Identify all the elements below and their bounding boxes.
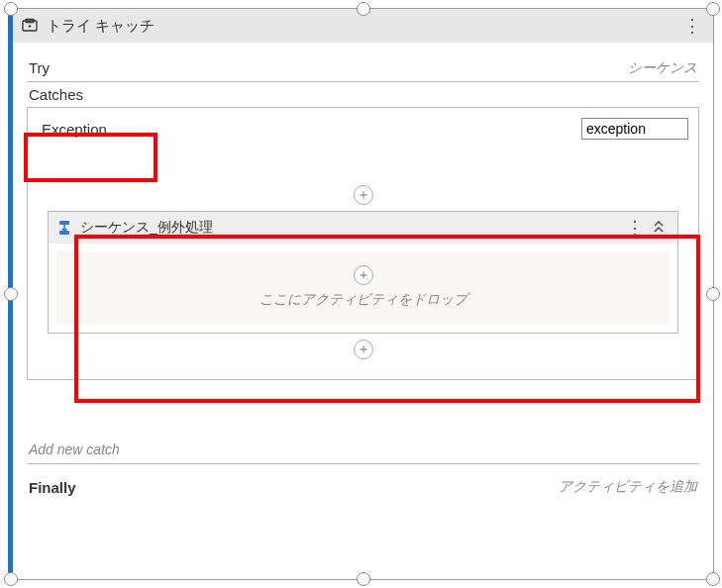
insert-after-connector[interactable]: ＋ (38, 334, 688, 361)
activity-menu-button[interactable]: ⋮ (679, 15, 705, 37)
resize-handle-sw[interactable] (4, 572, 18, 586)
catch-header: Exception (38, 116, 688, 146)
try-hint: シーケンス (628, 59, 697, 77)
inner-sequence-header[interactable]: シーケンス_例外処理 ⋮ (49, 212, 677, 244)
insert-before-connector[interactable]: ＋ (38, 146, 688, 211)
plus-icon: ＋ (354, 185, 373, 205)
try-label: Try (29, 59, 50, 76)
try-section[interactable]: Try シーケンス (27, 52, 699, 82)
try-catch-icon (21, 17, 39, 35)
sequence-icon (56, 220, 72, 236)
inner-sequence-activity[interactable]: シーケンス_例外処理 ⋮ ＋ ここにアクティビティをドロップ (48, 211, 678, 334)
try-catch-activity[interactable]: トライ キャッチ ⋮ Try シーケンス Catches Exception ＋ (8, 8, 714, 580)
plus-icon: ＋ (354, 340, 373, 359)
inner-sequence-title: シーケンス_例外処理 (80, 219, 213, 237)
activity-body: Try シーケンス Catches Exception ＋ シーケンス_例外処理 (13, 43, 713, 510)
catches-label: Catches (27, 82, 699, 107)
drop-hint-text: ここにアクティビティをドロップ (66, 291, 660, 309)
catch-variable-input[interactable] (581, 118, 688, 140)
resize-handle-w[interactable] (4, 287, 18, 301)
resize-handle-ne[interactable] (706, 2, 720, 16)
add-new-catch-link[interactable]: Add new catch (27, 400, 699, 464)
resize-handle-n[interactable] (357, 2, 370, 16)
collapse-button[interactable] (648, 220, 670, 237)
plus-icon: ＋ (354, 265, 373, 285)
resize-handle-e[interactable] (706, 287, 720, 301)
finally-section[interactable]: Finally アクティビティを追加 (27, 464, 699, 496)
resize-handle-s[interactable] (357, 572, 370, 586)
finally-hint: アクティビティを追加 (559, 478, 697, 496)
resize-handle-nw[interactable] (4, 2, 18, 16)
activity-drop-zone[interactable]: ＋ ここにアクティビティをドロップ (56, 251, 670, 325)
activity-title: トライ キャッチ (47, 17, 155, 36)
svg-rect-3 (59, 221, 69, 225)
inner-sequence-menu-button[interactable]: ⋮ (622, 217, 648, 239)
svg-point-2 (29, 25, 31, 27)
catch-block[interactable]: Exception ＋ シーケンス_例外処理 ⋮ (27, 107, 699, 380)
catch-exception-type[interactable]: Exception (38, 120, 111, 139)
finally-label: Finally (29, 479, 76, 496)
resize-handle-se[interactable] (706, 572, 720, 586)
